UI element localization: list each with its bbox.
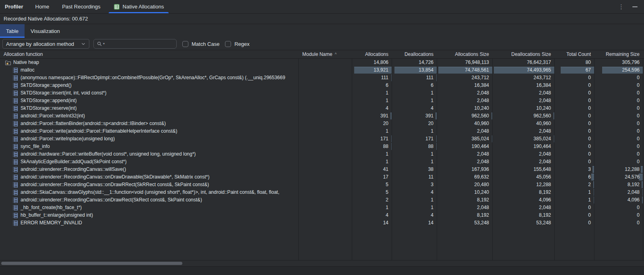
cell-deallocations[interactable]: 20 — [392, 120, 437, 127]
cell-deallocations[interactable]: 1 — [392, 89, 437, 97]
cell-allocations[interactable]: 6 — [352, 82, 392, 89]
cell-allocations[interactable]: 171 — [352, 135, 392, 143]
cell-deallocations-size[interactable]: 2,048 — [493, 150, 555, 158]
cell-allocation-function[interactable]: android::Parcel::write(android::Parcel::… — [0, 127, 299, 135]
cell-module-name[interactable] — [299, 127, 352, 135]
table-row[interactable]: Native heap14,80614,72676,948,11376,642,… — [0, 59, 644, 66]
cell-deallocations[interactable]: 4 — [392, 105, 437, 112]
cell-remaining-size[interactable]: 0 — [594, 219, 643, 227]
cell-deallocations-size[interactable]: 2,048 — [493, 89, 555, 97]
cell-allocation-function[interactable]: SkTDStorage::append(int) — [0, 97, 299, 105]
table-row[interactable]: android::Parcel::writeInt32(int)39139196… — [0, 112, 644, 120]
cell-allocation-function[interactable]: SkAnalyticEdgeBuilder::addQuad(SkPoint c… — [0, 158, 299, 166]
match-case-checkbox[interactable] — [182, 41, 188, 47]
cell-module-name[interactable] — [299, 112, 352, 120]
cell-total-count[interactable]: 0 — [555, 158, 594, 166]
cell-deallocations[interactable]: 1 — [392, 158, 437, 166]
column-header-module-name[interactable]: Module Name^ — [299, 51, 352, 57]
column-header-allocations[interactable]: Allocations — [352, 51, 392, 57]
cell-allocations-size[interactable]: 10,240 — [437, 105, 493, 112]
cell-deallocations-size[interactable]: 385,024 — [493, 135, 555, 143]
cell-total-count[interactable]: 0 — [555, 112, 594, 120]
cell-deallocations-size[interactable]: 10,240 — [493, 105, 555, 112]
cell-allocations[interactable]: 1 — [352, 97, 392, 105]
cell-total-count[interactable]: 0 — [555, 135, 594, 143]
cell-allocations[interactable]: 88 — [352, 143, 392, 150]
horizontal-scrollbar-thumb[interactable] — [1, 262, 182, 265]
cell-remaining-size[interactable]: 0 — [594, 82, 643, 89]
cell-remaining-size[interactable]: 0 — [594, 211, 643, 219]
cell-total-count[interactable]: 2 — [555, 181, 594, 189]
cell-module-name[interactable] — [299, 173, 352, 181]
cell-remaining-size[interactable]: 2,048 — [594, 189, 643, 196]
table-row[interactable]: android::Parcel::write(android::Parcel::… — [0, 127, 644, 135]
cell-deallocations-size[interactable]: 2,048 — [493, 158, 555, 166]
table-row[interactable]: SkTDStorage::insert(int, int, void const… — [0, 89, 644, 97]
search-history-caret-icon[interactable]: ▾ — [103, 42, 105, 45]
cell-allocations-size[interactable]: 20,480 — [437, 181, 493, 189]
cell-deallocations-size[interactable]: 40,960 — [493, 120, 555, 127]
cell-module-name[interactable] — [299, 158, 352, 166]
cell-module-name[interactable] — [299, 82, 352, 89]
cell-deallocations-size[interactable]: 45,056 — [493, 173, 555, 181]
tab-table[interactable]: Table — [0, 24, 25, 38]
cell-remaining-size[interactable]: 0 — [594, 127, 643, 135]
cell-allocation-function[interactable]: SkTDStorage::insert(int, int, void const… — [0, 89, 299, 97]
cell-deallocations-size[interactable]: 155,648 — [493, 166, 555, 173]
cell-remaining-size[interactable]: 0 — [594, 143, 643, 150]
cell-deallocations-size[interactable]: 8,192 — [493, 211, 555, 219]
cell-deallocations-size[interactable]: 2,048 — [493, 97, 555, 105]
cell-allocations[interactable]: 13,921 — [352, 66, 392, 74]
cell-total-count[interactable]: 0 — [555, 97, 594, 105]
table-row[interactable]: malloc13,92113,85474,748,56174,493,96567… — [0, 66, 644, 74]
cell-module-name[interactable] — [299, 196, 352, 204]
cell-allocations[interactable]: 5 — [352, 189, 392, 196]
cell-deallocations[interactable]: 1 — [392, 150, 437, 158]
cell-allocations-size[interactable]: 2,048 — [437, 97, 493, 105]
cell-deallocations-size[interactable]: 74,493,965 — [493, 66, 555, 74]
tab-past-recordings[interactable]: Past Recordings — [56, 0, 107, 13]
cell-allocations-size[interactable]: 76,948,113 — [437, 59, 493, 66]
table-row[interactable]: SkTDStorage::reserve(int)4410,24010,2400… — [0, 105, 644, 112]
column-header-allocations-size[interactable]: Allocations Size — [437, 51, 493, 57]
cell-remaining-size[interactable]: 0 — [594, 97, 643, 105]
cell-allocation-function[interactable]: malloc — [0, 66, 299, 74]
cell-allocations[interactable]: 391 — [352, 112, 392, 120]
tab-native-allocations[interactable]: Native Allocations — [107, 0, 171, 13]
cell-deallocations[interactable]: 14 — [392, 219, 437, 227]
cell-deallocations-size[interactable]: 8,192 — [493, 189, 555, 196]
cell-allocation-function[interactable]: (anonymous namespace)::FillRectOpImpl::o… — [0, 74, 299, 82]
table-row[interactable]: android::Parcel::flattenBinder(android::… — [0, 120, 644, 127]
cell-module-name[interactable] — [299, 150, 352, 158]
cell-remaining-size[interactable]: 254,596 — [594, 66, 643, 74]
cell-module-name[interactable] — [299, 66, 352, 74]
search-field[interactable]: ▾ — [93, 39, 177, 49]
cell-remaining-size[interactable]: 24,576 — [594, 173, 643, 181]
cell-allocations-size[interactable]: 243,712 — [437, 74, 493, 82]
arrange-by-dropdown[interactable]: Arrange by allocation method — [2, 39, 89, 49]
cell-module-name[interactable] — [299, 97, 352, 105]
cell-allocations-size[interactable]: 2,048 — [437, 150, 493, 158]
cell-total-count[interactable]: 1 — [555, 189, 594, 196]
cell-remaining-size[interactable]: 0 — [594, 89, 643, 97]
cell-deallocations[interactable]: 38 — [392, 166, 437, 173]
cell-deallocations[interactable]: 1 — [392, 204, 437, 211]
table-row[interactable]: sync_file_info8888190,464190,46400 — [0, 143, 644, 150]
cell-allocations-size[interactable]: 385,024 — [437, 135, 493, 143]
cell-total-count[interactable]: 0 — [555, 219, 594, 227]
cell-deallocations-size[interactable]: 190,464 — [493, 143, 555, 150]
cell-deallocations-size[interactable]: 76,642,317 — [493, 59, 555, 66]
table-row[interactable]: android::uirenderer::RecordingCanvas::on… — [0, 173, 644, 181]
cell-deallocations-size[interactable]: 53,248 — [493, 219, 555, 227]
cell-allocation-function[interactable]: hb_buffer_t::enlarge(unsigned int) — [0, 211, 299, 219]
cell-allocation-function[interactable]: android::Parcel::writeInt32(int) — [0, 112, 299, 120]
table-row[interactable]: android::uirenderer::RecordingCanvas::on… — [0, 196, 644, 204]
table-row[interactable]: SkTDStorage::append(int)112,0482,04800 — [0, 97, 644, 105]
cell-total-count[interactable]: 80 — [555, 59, 594, 66]
cell-module-name[interactable] — [299, 211, 352, 219]
table-row[interactable]: hb_buffer_t::enlarge(unsigned int)448,19… — [0, 211, 644, 219]
cell-total-count[interactable]: 67 — [555, 66, 594, 74]
hide-window-icon[interactable] — [632, 6, 638, 7]
cell-total-count[interactable]: 0 — [555, 143, 594, 150]
cell-allocation-function[interactable]: android::Parcel::writeInplace(unsigned l… — [0, 135, 299, 143]
